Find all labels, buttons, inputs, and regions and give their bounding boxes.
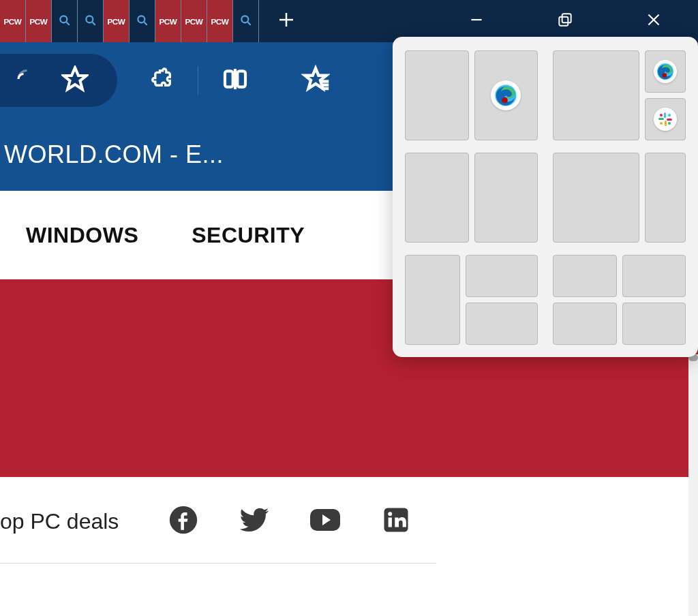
puzzle-icon <box>148 66 174 95</box>
twitter-icon <box>239 504 270 538</box>
minimize-icon <box>468 11 485 31</box>
snap-zone[interactable] <box>405 50 469 140</box>
tab-pcw[interactable]: PCW <box>26 0 52 42</box>
add-favorite-button[interactable] <box>299 64 332 97</box>
split-screen-icon <box>222 65 249 95</box>
snap-layout-option[interactable] <box>553 50 686 140</box>
svg-line-5 <box>144 22 147 25</box>
star-filled-icon <box>61 65 89 95</box>
svg-rect-16 <box>225 71 233 87</box>
snap-zone[interactable] <box>553 303 617 345</box>
svg-point-39 <box>668 122 671 125</box>
snap-layout-option[interactable] <box>405 153 538 243</box>
tab-pcw[interactable]: PCW <box>181 0 207 42</box>
svg-rect-36 <box>667 119 672 121</box>
svg-rect-17 <box>237 71 245 87</box>
linkedin-icon <box>382 506 410 537</box>
snap-layout-option[interactable] <box>405 255 538 345</box>
star-add-icon <box>301 65 330 96</box>
svg-rect-35 <box>665 121 667 126</box>
facebook-link[interactable] <box>168 506 199 537</box>
tab-label: PCW <box>30 16 48 26</box>
extensions-button[interactable] <box>145 64 177 97</box>
tab-search[interactable] <box>233 0 259 42</box>
snap-zone[interactable] <box>645 153 686 243</box>
svg-point-32 <box>662 73 667 78</box>
search-icon <box>136 14 149 29</box>
twitter-link[interactable] <box>239 506 270 537</box>
nav-item-windows[interactable]: WINDOWS <box>26 223 138 248</box>
svg-point-30 <box>502 97 509 104</box>
snap-layouts-flyout <box>393 37 698 357</box>
maximize-icon <box>556 11 574 31</box>
tab-pcw[interactable]: PCW <box>207 0 233 42</box>
svg-point-28 <box>389 512 393 516</box>
snap-zone[interactable] <box>405 153 469 243</box>
svg-rect-34 <box>658 118 664 120</box>
youtube-link[interactable] <box>309 506 341 537</box>
svg-point-37 <box>660 114 663 117</box>
snap-layout-option[interactable] <box>553 153 686 243</box>
favorites-pill[interactable] <box>0 54 117 107</box>
sound-icon <box>15 69 35 92</box>
tab-pcw[interactable]: PCW <box>155 0 181 42</box>
search-icon <box>239 14 253 29</box>
close-icon <box>645 11 663 31</box>
footer-divider <box>0 563 436 564</box>
close-button[interactable] <box>609 0 698 42</box>
svg-point-2 <box>86 16 93 22</box>
svg-marker-15 <box>63 67 86 89</box>
tab-pcw[interactable]: PCW <box>0 0 26 42</box>
tab-label: PCW <box>160 16 177 26</box>
svg-point-40 <box>660 122 663 125</box>
svg-rect-11 <box>562 14 571 22</box>
svg-point-4 <box>138 16 145 22</box>
snap-zone[interactable] <box>645 98 686 140</box>
toolbar-divider <box>198 66 198 95</box>
deals-link[interactable]: op PC deals <box>0 509 119 534</box>
snap-layout-option[interactable] <box>405 50 538 140</box>
scrollbar-track[interactable] <box>688 354 698 616</box>
tab-pcw[interactable]: PCW <box>104 0 130 42</box>
snap-zone[interactable] <box>553 255 617 297</box>
svg-line-3 <box>92 22 95 25</box>
footer-bar: op PC deals <box>0 477 698 566</box>
tab-label: PCW <box>4 16 22 26</box>
tab-label: PCW <box>185 16 203 26</box>
new-tab-button[interactable] <box>259 0 314 42</box>
snap-zone[interactable] <box>622 255 686 297</box>
linkedin-link[interactable] <box>380 506 412 537</box>
maximize-button[interactable] <box>521 0 609 42</box>
search-icon <box>84 14 97 29</box>
slack-icon <box>654 108 677 131</box>
snap-zone[interactable] <box>405 255 460 345</box>
nav-item-security[interactable]: SECURITY <box>192 223 305 248</box>
edge-icon <box>654 60 677 83</box>
svg-point-38 <box>668 114 671 117</box>
snap-zone[interactable] <box>645 50 686 93</box>
tab-label: PCW <box>108 16 125 26</box>
snap-zone[interactable] <box>622 303 686 345</box>
svg-point-6 <box>241 16 248 22</box>
snap-layout-option[interactable] <box>553 255 686 345</box>
social-links <box>168 506 412 537</box>
snap-zone[interactable] <box>466 255 538 297</box>
edge-icon <box>491 80 521 110</box>
svg-line-1 <box>66 22 69 25</box>
svg-rect-27 <box>389 518 392 527</box>
snap-zone[interactable] <box>553 50 639 140</box>
titlebar: PCW PCW PCW PCW PCW PCW <box>0 0 698 42</box>
search-icon <box>58 14 72 29</box>
minimize-button[interactable] <box>432 0 521 42</box>
snap-zone[interactable] <box>474 50 538 140</box>
window-controls <box>432 0 698 42</box>
snap-zone[interactable] <box>553 153 639 243</box>
tab-search[interactable] <box>130 0 155 42</box>
tab-search[interactable] <box>78 0 104 42</box>
tab-search[interactable] <box>52 0 78 42</box>
snap-zone[interactable] <box>466 303 538 345</box>
svg-line-7 <box>247 22 250 25</box>
svg-rect-12 <box>559 17 568 26</box>
snap-zone[interactable] <box>474 153 538 243</box>
split-screen-button[interactable] <box>219 64 252 97</box>
